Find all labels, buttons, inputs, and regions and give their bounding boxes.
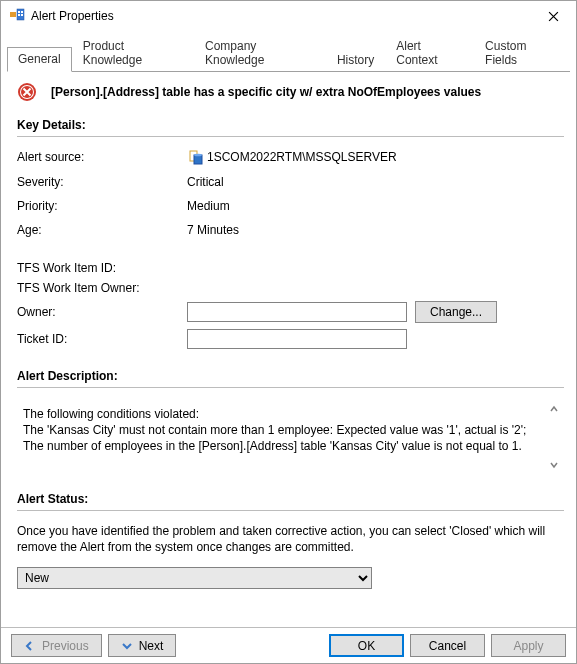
- status-select[interactable]: New: [17, 567, 372, 589]
- status-heading: Alert Status:: [17, 492, 564, 506]
- row-tfs-work-item-id: TFS Work Item ID:: [17, 261, 564, 275]
- description-area: The following conditions violated: The '…: [17, 400, 564, 476]
- divider: [17, 136, 564, 137]
- tab-history[interactable]: History: [326, 48, 385, 72]
- titlebar: Alert Properties: [1, 1, 576, 31]
- svg-rect-10: [194, 155, 202, 164]
- window-title: Alert Properties: [31, 9, 531, 23]
- value-alert-source: 1SCOM2022RTM\MSSQLSERVER: [187, 149, 397, 165]
- label-alert-source: Alert source:: [17, 150, 187, 164]
- value-priority: Medium: [187, 199, 230, 213]
- description-heading: Alert Description:: [17, 369, 564, 383]
- svg-rect-2: [18, 11, 20, 13]
- owner-input[interactable]: [187, 302, 407, 322]
- tab-company-knowledge[interactable]: Company Knowledge: [194, 34, 326, 72]
- tabstrip: General Product Knowledge Company Knowle…: [1, 31, 576, 71]
- label-age: Age:: [17, 223, 187, 237]
- value-age: 7 Minutes: [187, 223, 239, 237]
- arrow-down-icon: [121, 640, 133, 652]
- tab-custom-fields[interactable]: Custom Fields: [474, 34, 570, 72]
- value-severity: Critical: [187, 175, 224, 189]
- cancel-button[interactable]: Cancel: [410, 634, 485, 657]
- arrow-left-icon: [24, 640, 36, 652]
- svg-rect-3: [21, 11, 23, 13]
- apply-button[interactable]: Apply: [491, 634, 566, 657]
- label-priority: Priority:: [17, 199, 187, 213]
- change-owner-button[interactable]: Change...: [415, 301, 497, 323]
- alert-title: [Person].[Address] table has a specific …: [51, 85, 481, 99]
- row-age: Age: 7 Minutes: [17, 223, 564, 237]
- row-severity: Severity: Critical: [17, 175, 564, 189]
- row-owner: Owner: Change...: [17, 301, 564, 323]
- ticket-id-input[interactable]: [187, 329, 407, 349]
- next-button[interactable]: Next: [108, 634, 177, 657]
- database-icon: [187, 149, 203, 165]
- label-severity: Severity:: [17, 175, 187, 189]
- row-priority: Priority: Medium: [17, 199, 564, 213]
- row-ticket-id: Ticket ID:: [17, 329, 564, 349]
- label-tfs-work-item-id: TFS Work Item ID:: [17, 261, 187, 275]
- svg-point-11: [194, 154, 202, 157]
- tab-alert-context[interactable]: Alert Context: [385, 34, 474, 72]
- description-text: The following conditions violated: The '…: [17, 400, 564, 476]
- svg-rect-5: [21, 14, 23, 16]
- ok-button[interactable]: OK: [329, 634, 404, 657]
- tab-product-knowledge[interactable]: Product Knowledge: [72, 34, 194, 72]
- scroll-up-icon[interactable]: [546, 402, 562, 418]
- label-tfs-work-item-owner: TFS Work Item Owner:: [17, 281, 187, 295]
- previous-button[interactable]: Previous: [11, 634, 102, 657]
- key-details-heading: Key Details:: [17, 118, 564, 132]
- divider: [17, 387, 564, 388]
- tab-content-general: [Person].[Address] table has a specific …: [1, 72, 576, 627]
- divider: [17, 510, 564, 511]
- bottom-bar: Previous Next OK Cancel Apply: [1, 627, 576, 663]
- alert-properties-window: Alert Properties General Product Knowled…: [0, 0, 577, 664]
- row-alert-source: Alert source: 1SCOM2022RTM\MSSQLSERVER: [17, 149, 564, 165]
- alert-header: [Person].[Address] table has a specific …: [17, 82, 564, 102]
- scroll-down-icon[interactable]: [546, 458, 562, 474]
- label-owner: Owner:: [17, 305, 187, 319]
- tab-general[interactable]: General: [7, 47, 72, 72]
- svg-rect-0: [10, 12, 16, 17]
- app-icon: [9, 8, 25, 24]
- status-help-text: Once you have identified the problem and…: [17, 523, 564, 555]
- close-button[interactable]: [531, 1, 576, 31]
- critical-icon: [17, 82, 37, 102]
- svg-rect-4: [18, 14, 20, 16]
- label-ticket-id: Ticket ID:: [17, 332, 187, 346]
- row-tfs-work-item-owner: TFS Work Item Owner:: [17, 281, 564, 295]
